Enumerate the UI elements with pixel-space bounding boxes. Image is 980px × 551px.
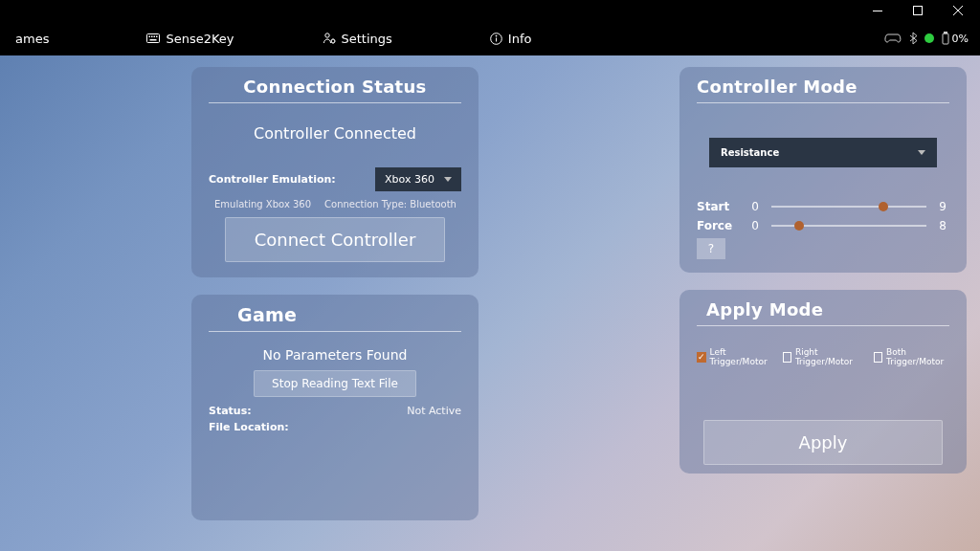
minimize-button[interactable] <box>858 0 898 21</box>
keyboard-icon <box>146 33 160 43</box>
apply-button[interactable]: Apply <box>703 420 943 465</box>
controller-mode-card: Controller Mode Resistance Start 0 9 For… <box>679 67 967 273</box>
apply-mode-title: Apply Mode <box>697 296 949 326</box>
emulation-select[interactable]: Xbox 360 <box>375 167 461 191</box>
svg-rect-1 <box>914 7 923 15</box>
svg-rect-9 <box>150 39 157 41</box>
chevron-down-icon <box>444 177 452 182</box>
slider-force-min: 0 <box>748 219 762 232</box>
mode-select[interactable]: Resistance <box>709 138 937 167</box>
slider-start-thumb[interactable] <box>879 202 888 211</box>
svg-point-14 <box>496 35 497 36</box>
svg-rect-16 <box>944 33 947 34</box>
menu-sense2key-label: Sense2Key <box>166 32 234 46</box>
info-icon <box>490 33 502 45</box>
checkbox-icon <box>874 352 882 363</box>
chevron-down-icon <box>918 150 925 155</box>
emulation-value: Xbox 360 <box>385 173 434 186</box>
bluetooth-icon <box>909 32 917 45</box>
close-button[interactable] <box>938 0 978 21</box>
check-right-label: Right Trigger/Motor <box>795 347 860 366</box>
connection-status-text: Controller Connected <box>209 124 461 143</box>
game-status-value: Not Active <box>407 405 461 417</box>
slider-force-thumb[interactable] <box>794 221 804 231</box>
battery-icon <box>942 32 949 45</box>
status-tray: 0% <box>884 32 974 45</box>
slider-force-label: Force <box>697 219 739 232</box>
slider-force[interactable] <box>771 225 926 227</box>
svg-rect-6 <box>151 36 153 38</box>
mode-select-value: Resistance <box>721 147 779 158</box>
menu-sense2key[interactable]: Sense2Key <box>131 21 249 55</box>
battery-value: 0% <box>952 33 969 45</box>
apply-mode-card: Apply Mode Left Trigger/Motor Right Trig… <box>679 290 967 474</box>
check-both-trigger[interactable]: Both Trigger/Motor <box>874 347 949 366</box>
game-status-label: Status: <box>209 405 304 417</box>
menu-settings-label: Settings <box>342 32 392 46</box>
svg-rect-8 <box>156 36 158 38</box>
svg-rect-4 <box>147 34 160 43</box>
menu-settings[interactable]: Settings <box>307 21 408 55</box>
menu-games-label: ames <box>15 32 49 46</box>
window-titlebar <box>0 0 980 21</box>
svg-rect-7 <box>154 36 156 38</box>
checkbox-icon <box>697 352 706 363</box>
help-button[interactable]: ? <box>697 238 725 259</box>
svg-rect-5 <box>149 36 151 38</box>
slider-start[interactable] <box>771 206 926 208</box>
connection-type-text: Connection Type: Bluetooth <box>324 199 457 209</box>
person-gear-icon <box>323 32 336 45</box>
check-right-trigger[interactable]: Right Trigger/Motor <box>783 347 860 366</box>
slider-start-label: Start <box>697 200 739 213</box>
game-title: Game <box>209 300 461 332</box>
menu-info[interactable]: Info <box>475 21 547 55</box>
slider-start-max: 9 <box>936 200 949 213</box>
battery-indicator: 0% <box>942 32 969 45</box>
checkbox-icon <box>783 352 791 363</box>
menu-info-label: Info <box>508 32 532 46</box>
check-left-trigger[interactable]: Left Trigger/Motor <box>697 347 769 366</box>
status-dot <box>924 33 934 43</box>
emulating-text: Emulating Xbox 360 <box>214 199 311 209</box>
svg-point-10 <box>324 33 328 37</box>
slider-start-min: 0 <box>748 200 762 213</box>
menu-games[interactable]: ames <box>0 21 64 55</box>
maximize-button[interactable] <box>898 0 938 21</box>
emulation-label: Controller Emulation: <box>209 173 336 186</box>
connection-title: Connection Status <box>209 73 461 103</box>
game-params-text: No Parameters Found <box>209 347 461 363</box>
menubar: ames Sense2Key Settings Info 0% <box>0 21 980 55</box>
game-card: Game No Parameters Found Stop Reading Te… <box>191 295 479 520</box>
controller-mode-title: Controller Mode <box>697 73 949 103</box>
svg-rect-15 <box>943 33 948 44</box>
connect-controller-button[interactable]: Connect Controller <box>225 217 445 262</box>
controller-icon <box>884 33 902 44</box>
file-location-label: File Location: <box>209 421 304 433</box>
slider-force-max: 8 <box>936 219 949 232</box>
stop-reading-button[interactable]: Stop Reading Text File <box>254 370 416 397</box>
check-both-label: Both Trigger/Motor <box>886 347 949 366</box>
connection-status-card: Connection Status Controller Connected C… <box>191 67 479 277</box>
check-left-label: Left Trigger/Motor <box>710 347 769 366</box>
